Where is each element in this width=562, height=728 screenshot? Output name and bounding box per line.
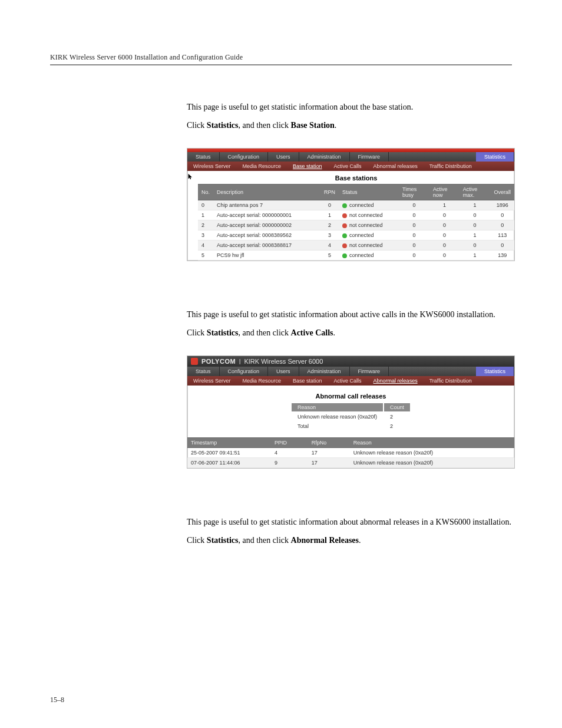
cell-busy: 0 <box>399 200 429 210</box>
table-row[interactable]: 25-05-2007 09:41:51417Unknown release re… <box>187 448 514 458</box>
active-click-line: Click Statistics, and then click Active … <box>187 327 512 339</box>
menu-configuration[interactable]: Configuration <box>220 152 269 162</box>
main-menu: Status Configuration Users Administratio… <box>187 152 514 162</box>
col-status[interactable]: Status <box>339 185 399 200</box>
screenshot-abnormal-releases: POLYCOM | KIRK Wireless Server 6000 Stat… <box>187 355 515 469</box>
col-active-max[interactable]: Active max. <box>459 185 491 200</box>
col-rfpno[interactable]: RfpNo <box>308 438 350 448</box>
menu-administration[interactable]: Administration <box>299 367 350 376</box>
submenu-base-station[interactable]: Base station <box>287 162 328 171</box>
menu-statistics[interactable]: Statistics <box>476 367 514 376</box>
submenu-wireless-server[interactable]: Wireless Server <box>187 376 237 386</box>
cell-no: 1 <box>198 210 213 220</box>
cell-max: 0 <box>459 210 491 220</box>
menu-configuration[interactable]: Configuration <box>220 367 269 376</box>
text: . <box>359 536 361 545</box>
cell-status: connected <box>339 230 399 241</box>
status-dot-icon <box>342 203 347 208</box>
text: . <box>333 328 335 337</box>
table-row[interactable]: 5PCS9 hw jfl5connected001139 <box>198 251 514 261</box>
menu-users[interactable]: Users <box>268 367 299 376</box>
cursor-area <box>187 171 198 261</box>
col-active-now[interactable]: Active now <box>429 185 459 200</box>
sub-menu: Wireless Server Media Resource Base stat… <box>187 162 514 171</box>
active-calls-label: Active Calls <box>291 328 333 337</box>
text: , and then click <box>239 121 291 130</box>
submenu-media-resource[interactable]: Media Resource <box>237 162 287 171</box>
submenu-abnormal-releases[interactable]: Abnormal releases <box>368 376 424 386</box>
submenu-base-station[interactable]: Base station <box>287 376 328 386</box>
submenu-traffic-distribution[interactable]: Traffic Distribution <box>424 162 478 171</box>
menu-firmware[interactable]: Firmware <box>350 152 389 162</box>
submenu-active-calls[interactable]: Active Calls <box>328 376 368 386</box>
cell-description: Auto-accept serial: 0008389562 <box>213 230 320 241</box>
cell-status: not connected <box>339 220 399 230</box>
abn-title: Abnormal call releases <box>193 389 508 402</box>
status-dot-icon <box>342 223 347 228</box>
cell-overall: 0 <box>490 210 514 220</box>
statistics-label: Statistics <box>207 536 239 545</box>
text: Click <box>187 328 207 337</box>
submenu-wireless-server[interactable]: Wireless Server <box>187 162 237 171</box>
menu-administration[interactable]: Administration <box>299 152 350 162</box>
cell-busy: 0 <box>399 251 429 261</box>
col-timestamp[interactable]: Timestamp <box>187 438 271 448</box>
cell-rpn: 5 <box>320 251 339 261</box>
text: , and then click <box>239 536 291 545</box>
cell-ppid: 9 <box>271 458 308 468</box>
menu-status[interactable]: Status <box>187 367 220 376</box>
cell-no: 0 <box>198 200 213 210</box>
text: , and then click <box>239 328 291 337</box>
statistics-label: Statistics <box>207 121 239 130</box>
table-row[interactable]: 07-06-2007 11:44:06917Unknown release re… <box>187 458 514 468</box>
cell-max: 1 <box>459 230 491 241</box>
base-click-line: Click Statistics, and then click Base St… <box>187 119 512 131</box>
sub-menu: Wireless Server Media Resource Base stat… <box>187 376 514 386</box>
col-rpn[interactable]: RPN <box>320 185 339 200</box>
active-intro: This page is useful to get statistic inf… <box>187 308 512 321</box>
table-row[interactable]: 1Auto-accept serial: 00000000011not conn… <box>198 210 514 220</box>
abn-click-line: Click Statistics, and then click Abnorma… <box>187 534 512 546</box>
text: Click <box>187 536 207 545</box>
col-description[interactable]: Description <box>213 185 320 200</box>
cell-status: connected <box>339 251 399 261</box>
page-number: 15–8 <box>50 696 64 704</box>
cell-overall: 1896 <box>490 200 514 210</box>
menu-users[interactable]: Users <box>268 152 299 162</box>
col-reason: Reason <box>292 403 383 411</box>
screenshot-base-stations: Status Configuration Users Administratio… <box>187 148 515 261</box>
menu-firmware[interactable]: Firmware <box>350 367 389 376</box>
col-no[interactable]: No. <box>198 185 213 200</box>
submenu-media-resource[interactable]: Media Resource <box>237 376 287 386</box>
menu-status[interactable]: Status <box>187 152 220 162</box>
running-head: KIRK Wireless Server 6000 Installation a… <box>50 53 512 65</box>
brand-label: POLYCOM <box>201 358 236 365</box>
status-dot-icon <box>342 233 347 238</box>
table-row[interactable]: 4Auto-accept serial: 00083888174not conn… <box>198 241 514 251</box>
cell-no: 5 <box>198 251 213 261</box>
cursor-icon <box>187 176 193 182</box>
abn-summary-table: Reason Count Unknown release reason (0xa… <box>290 402 411 431</box>
cell-now: 0 <box>429 230 459 241</box>
submenu-traffic-distribution[interactable]: Traffic Distribution <box>424 376 478 386</box>
text: Click <box>187 121 207 130</box>
cell-reason: Unknown release reason (0xa20f) <box>350 458 514 468</box>
table-row[interactable]: 2Auto-accept serial: 00000000022not conn… <box>198 220 514 230</box>
table-row[interactable]: 3Auto-accept serial: 00083895623connecte… <box>198 230 514 241</box>
summary-total-count: 2 <box>384 422 410 430</box>
col-reason[interactable]: Reason <box>350 438 514 448</box>
cell-no: 2 <box>198 220 213 230</box>
cell-status: not connected <box>339 241 399 251</box>
status-dot-icon <box>342 213 347 218</box>
cell-rpn: 1 <box>320 210 339 220</box>
menu-statistics[interactable]: Statistics <box>476 152 514 162</box>
col-times-busy[interactable]: Times busy <box>399 185 429 200</box>
cell-description: PCS9 hw jfl <box>213 251 320 261</box>
col-ppid[interactable]: PPID <box>271 438 308 448</box>
submenu-abnormal-releases[interactable]: Abnormal releases <box>368 162 424 171</box>
table-row[interactable]: 0Chip antenna pos 70connected0111896 <box>198 200 514 210</box>
col-overall[interactable]: Overall <box>490 185 514 200</box>
cell-now: 1 <box>429 200 459 210</box>
submenu-active-calls[interactable]: Active Calls <box>328 162 368 171</box>
summary-count: 2 <box>384 413 410 421</box>
